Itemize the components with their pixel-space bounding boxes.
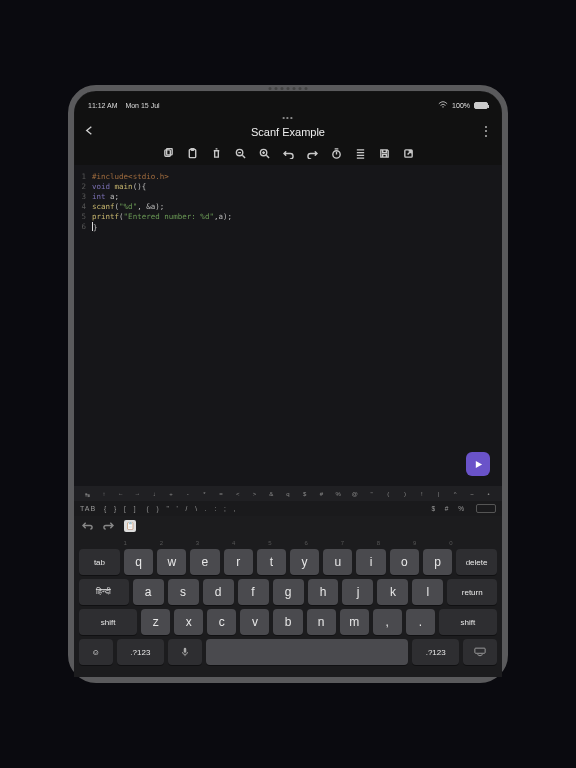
letter-key-v[interactable]: v	[240, 609, 269, 635]
symbol-key[interactable]: -	[180, 491, 195, 497]
shift-key-left[interactable]: shift	[79, 609, 137, 635]
letter-key-n[interactable]: n	[307, 609, 336, 635]
delete-key[interactable]: delete	[456, 549, 497, 575]
letter-key-j[interactable]: j	[342, 579, 373, 605]
redo-icon[interactable]	[307, 148, 318, 159]
tab-key-label[interactable]: TAB	[80, 505, 96, 512]
letter-key-y[interactable]: y	[290, 549, 319, 575]
kb-undo-icon[interactable]	[82, 517, 93, 535]
symbol-key[interactable]: @	[348, 491, 363, 497]
bracket-group[interactable]: { } [ ]	[104, 505, 138, 512]
letter-key-g[interactable]: g	[273, 579, 304, 605]
delete-icon[interactable]	[211, 148, 222, 159]
code-text[interactable]: int a;	[92, 192, 119, 201]
letter-key-a[interactable]: a	[133, 579, 164, 605]
symbol-group[interactable]: $ # %	[431, 505, 468, 512]
space-key[interactable]	[206, 639, 408, 665]
minimize-keyboard-icon[interactable]	[476, 504, 496, 513]
mic-key[interactable]	[168, 639, 202, 665]
tab-key[interactable]: tab	[79, 549, 120, 575]
symbol-key[interactable]: ←	[113, 491, 128, 497]
symbol-key[interactable]: )	[398, 491, 413, 497]
letter-key-w[interactable]: w	[157, 549, 186, 575]
letter-key-z[interactable]: z	[141, 609, 170, 635]
letter-key-,[interactable]: ,	[373, 609, 402, 635]
code-line[interactable]: 2void main(){	[74, 181, 502, 191]
letter-key-c[interactable]: c	[207, 609, 236, 635]
letter-key-l[interactable]: l	[412, 579, 443, 605]
code-line[interactable]: 1#include<stdio.h>	[74, 171, 502, 181]
code-text[interactable]: printf("Entered number: %d",a);	[92, 212, 232, 221]
numeric-key-left[interactable]: .?123	[117, 639, 164, 665]
code-line[interactable]: 6}	[74, 221, 502, 231]
symbol-key[interactable]: ↑	[97, 491, 112, 497]
more-menu-button[interactable]: ⋮	[480, 124, 492, 138]
copy-icon[interactable]	[163, 148, 174, 159]
letter-key-f[interactable]: f	[238, 579, 269, 605]
symbol-key[interactable]: #	[314, 491, 329, 497]
code-text[interactable]: void main(){	[92, 182, 146, 191]
symbol-key[interactable]: +	[164, 491, 179, 497]
letter-key-e[interactable]: e	[190, 549, 219, 575]
symbol-key[interactable]: =	[214, 491, 229, 497]
letter-key-s[interactable]: s	[168, 579, 199, 605]
letter-key-x[interactable]: x	[174, 609, 203, 635]
run-button[interactable]	[466, 452, 490, 476]
timer-icon[interactable]	[331, 148, 342, 159]
letter-key-u[interactable]: u	[323, 549, 352, 575]
letter-key-d[interactable]: d	[203, 579, 234, 605]
indent-icon[interactable]	[355, 148, 366, 159]
symbol-key[interactable]: q	[281, 491, 296, 497]
zoom-in-icon[interactable]	[259, 148, 270, 159]
letter-key-p[interactable]: p	[423, 549, 452, 575]
symbol-key[interactable]: $	[297, 491, 312, 497]
letter-key-r[interactable]: r	[224, 549, 253, 575]
letter-key-.[interactable]: .	[406, 609, 435, 635]
letter-key-t[interactable]: t	[257, 549, 286, 575]
code-text[interactable]: }	[92, 221, 98, 232]
code-text[interactable]: #include<stdio.h>	[92, 172, 169, 181]
dismiss-keyboard-key[interactable]	[463, 639, 497, 665]
letter-key-b[interactable]: b	[273, 609, 302, 635]
symbol-key[interactable]: ^	[448, 491, 463, 497]
symbol-key[interactable]: ↓	[147, 491, 162, 497]
symbol-key[interactable]: •	[481, 491, 496, 497]
code-text[interactable]: scanf("%d", &a);	[92, 202, 164, 211]
symbol-key[interactable]: (	[381, 491, 396, 497]
letter-key-q[interactable]: q	[124, 549, 153, 575]
clipboard-icon[interactable]: 📋	[124, 520, 136, 532]
save-icon[interactable]	[379, 148, 390, 159]
lang-key[interactable]: हिन्दी	[79, 579, 129, 605]
symbol-key[interactable]: >	[247, 491, 262, 497]
letter-key-k[interactable]: k	[377, 579, 408, 605]
code-editor[interactable]: 1#include<stdio.h>2void main(){3int a;4s…	[74, 165, 502, 486]
letter-key-o[interactable]: o	[390, 549, 419, 575]
undo-icon[interactable]	[283, 148, 294, 159]
code-line[interactable]: 4scanf("%d", &a);	[74, 201, 502, 211]
code-line[interactable]: 3int a;	[74, 191, 502, 201]
letter-key-h[interactable]: h	[308, 579, 339, 605]
share-icon[interactable]	[403, 148, 414, 159]
zoom-out-icon[interactable]	[235, 148, 246, 159]
shift-key-right[interactable]: shift	[439, 609, 497, 635]
symbol-key[interactable]: *	[197, 491, 212, 497]
paste-icon[interactable]	[187, 148, 198, 159]
punct-group[interactable]: ( ) " ' / \ . : ; ,	[146, 505, 238, 512]
emoji-key[interactable]: ☺	[79, 639, 113, 665]
symbol-key[interactable]: ↹	[80, 491, 95, 498]
letter-key-m[interactable]: m	[340, 609, 369, 635]
numeric-key-right[interactable]: .?123	[412, 639, 459, 665]
return-key[interactable]: return	[447, 579, 497, 605]
symbol-key[interactable]: "	[364, 491, 379, 497]
back-button[interactable]	[84, 124, 95, 139]
symbol-key[interactable]: &	[264, 491, 279, 497]
code-line[interactable]: 5printf("Entered number: %d",a);	[74, 211, 502, 221]
symbol-key[interactable]: ~	[465, 491, 480, 497]
letter-key-i[interactable]: i	[356, 549, 385, 575]
symbol-key[interactable]: |	[431, 491, 446, 497]
kb-redo-icon[interactable]	[103, 517, 114, 535]
multitask-dots[interactable]: •••	[74, 113, 502, 122]
symbol-key[interactable]: !	[414, 491, 429, 497]
symbol-key[interactable]: <	[230, 491, 245, 497]
symbol-key[interactable]: →	[130, 491, 145, 497]
